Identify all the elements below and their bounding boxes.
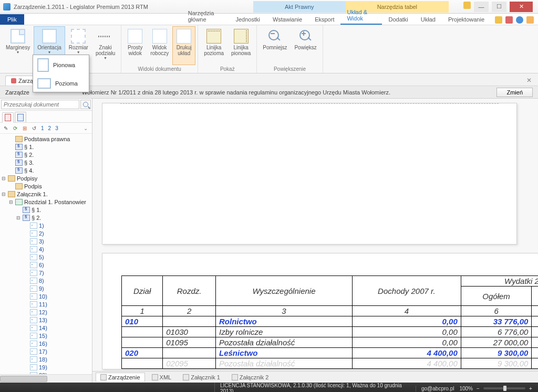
tree-level-1[interactable]: 1 <box>40 125 45 131</box>
window-title: Zarządzenie.1.2011 - Legislator Premium … <box>14 4 148 10</box>
orientation-portrait[interactable]: Pionowa <box>33 55 89 75</box>
tab-jednostki[interactable]: Jednostki <box>229 14 266 25</box>
tree-tool-2[interactable]: ⟳ <box>12 124 19 132</box>
tree-node[interactable]: 9) <box>1 284 92 292</box>
print-layout-label: Drukuj układ <box>177 45 192 56</box>
tree-node[interactable]: 6) <box>1 261 92 269</box>
table-cell: 9 300,00 <box>461 348 532 358</box>
tree-node[interactable]: ⊟Załącznik 1. <box>1 190 92 198</box>
simple-view-button[interactable]: Prosty widok <box>123 26 147 65</box>
print-layout-button[interactable]: Drukuj układ <box>172 26 195 65</box>
search-button[interactable] <box>80 100 91 109</box>
tab-eksport[interactable]: Eksport <box>308 14 340 25</box>
zoom-in-button[interactable]: Powiększ <box>291 26 320 65</box>
v-ruler-button[interactable]: Linijka pionowa <box>227 26 254 65</box>
tree-node[interactable]: § 2. <box>1 151 92 158</box>
th-dochody: Dochody 2007 r. <box>352 276 461 306</box>
tree-node[interactable]: 10) <box>1 292 92 300</box>
context-tab-akt[interactable]: Akt Prawny <box>253 1 346 13</box>
zoom-value: 100% <box>459 386 473 391</box>
tree-node[interactable]: 19) <box>1 363 92 371</box>
tree-node[interactable]: 2) <box>1 229 92 237</box>
bottom-tab-zal2[interactable]: Załącznik 2 <box>227 373 274 382</box>
tree-node[interactable]: 15) <box>1 332 92 340</box>
table-cell: Rolnictwo <box>215 316 352 327</box>
minimize-button[interactable]: — <box>474 2 489 12</box>
tree-node[interactable]: § 3. <box>1 158 92 166</box>
zoom-slider[interactable] <box>483 387 525 389</box>
tree-node[interactable]: 16) <box>1 340 92 347</box>
table-cell <box>163 348 216 358</box>
document-tree: Podstawa prawna§ 1.§ 2.§ 3.§ 4.⊟PodpisyP… <box>0 134 92 374</box>
mail-icon[interactable] <box>526 16 534 24</box>
tab-dodatki[interactable]: Dodatki <box>382 14 414 25</box>
h-ruler-button[interactable]: Linijka pozioma <box>200 26 227 65</box>
tree-node[interactable]: 11) <box>1 300 92 308</box>
bottom-tab-xml[interactable]: XML <box>147 373 177 382</box>
table-cell: 01095 <box>163 337 216 348</box>
zoom-minus[interactable]: − <box>475 385 481 391</box>
draft-view-button[interactable]: Widok roboczy <box>147 26 172 65</box>
tree-more[interactable]: ⌄ <box>81 125 90 131</box>
table-cell: 01030 <box>163 327 216 337</box>
tree-node[interactable]: 18) <box>1 355 92 363</box>
tab-projektowanie[interactable]: Projektowanie <box>442 14 491 25</box>
tree-node[interactable]: 12) <box>1 308 92 316</box>
tree-node[interactable]: ⊟§ 2. <box>1 214 92 221</box>
table-cell: Izby rolnicze <box>215 327 352 337</box>
help-icon[interactable] <box>516 16 523 24</box>
tree-node[interactable]: 7) <box>1 269 92 277</box>
tab-uklad[interactable]: Układ <box>415 14 442 25</box>
tree-node[interactable]: ⊟Podpisy <box>1 174 92 182</box>
close-button[interactable]: ✕ <box>510 2 533 12</box>
size-label: Rozmiar <box>69 45 88 50</box>
tree-node[interactable]: 14) <box>1 324 92 332</box>
tree-level-2[interactable]: 2 <box>47 125 53 131</box>
toolbar-icon-1[interactable] <box>495 16 502 24</box>
tree-node[interactable]: § 1. <box>1 143 92 151</box>
tree-node[interactable]: 3) <box>1 237 92 245</box>
tree-node[interactable]: 1) <box>1 221 92 229</box>
zoom-plus[interactable]: + <box>527 385 534 391</box>
tree-node[interactable]: § 4. <box>1 166 92 174</box>
size-icon <box>71 29 86 44</box>
tree-node[interactable]: Podpis <box>1 182 92 190</box>
tab-wstawianie[interactable]: Wstawianie <box>266 14 308 25</box>
table-cell: 27 000,00 <box>461 337 532 348</box>
orientation-label: Orientacja <box>37 45 61 50</box>
file-tab[interactable]: Plik <box>0 14 24 25</box>
tree-tab-1[interactable] <box>2 112 14 123</box>
document-close-button[interactable]: ✕ <box>526 77 532 84</box>
tab-narzedzia-glowne[interactable]: Narzędzia główne <box>182 8 230 25</box>
search-input[interactable] <box>1 100 79 109</box>
table-cell: 0,00 <box>352 327 461 337</box>
tree-node[interactable]: Podstawa prawna <box>1 135 92 143</box>
tree-node[interactable]: 17) <box>1 347 92 355</box>
tab-uklad-widok[interactable]: Układ & Widok <box>340 7 382 25</box>
margins-button[interactable]: Marginesy ▼ <box>2 26 34 65</box>
breaks-button[interactable]: Znaki podziału ▼ <box>92 26 119 65</box>
th-wydatki: Wydatki 2007 r. <box>461 276 538 287</box>
tree-node[interactable]: ⊟Rozdział 1. Postanowier <box>1 198 92 206</box>
orientation-landscape[interactable]: Pozioma <box>33 75 89 92</box>
table-cell: 27 000,00 <box>532 337 538 348</box>
zoom-out-button[interactable]: Pomniejsz <box>259 26 291 65</box>
att2-icon <box>232 374 238 380</box>
tree-h-scrollbar[interactable] <box>0 374 92 383</box>
bottom-tab-zal1[interactable]: Załącznik 1 <box>178 373 225 382</box>
change-button[interactable]: Zmień <box>496 88 533 97</box>
bottom-tab-zarzadzenie[interactable]: Zarządzenie <box>96 373 145 382</box>
tree-node[interactable]: § 1. <box>1 206 92 214</box>
tree-node[interactable]: 5) <box>1 253 92 261</box>
tree-node[interactable]: 13) <box>1 316 92 324</box>
tree-tool-3[interactable]: ⊞ <box>21 124 28 132</box>
tree-tool-4[interactable]: ↺ <box>30 124 38 132</box>
ribbon-min-icon[interactable] <box>463 2 471 9</box>
tree-tool-1[interactable]: ✎ <box>2 124 9 132</box>
tree-tab-2[interactable] <box>15 112 26 122</box>
tree-node[interactable]: 4) <box>1 245 92 253</box>
maximize-button[interactable]: ☐ <box>492 2 506 12</box>
tree-level-3[interactable]: 3 <box>54 125 59 131</box>
toolbar-icon-2[interactable] <box>505 16 513 24</box>
tree-node[interactable]: 8) <box>1 277 92 284</box>
